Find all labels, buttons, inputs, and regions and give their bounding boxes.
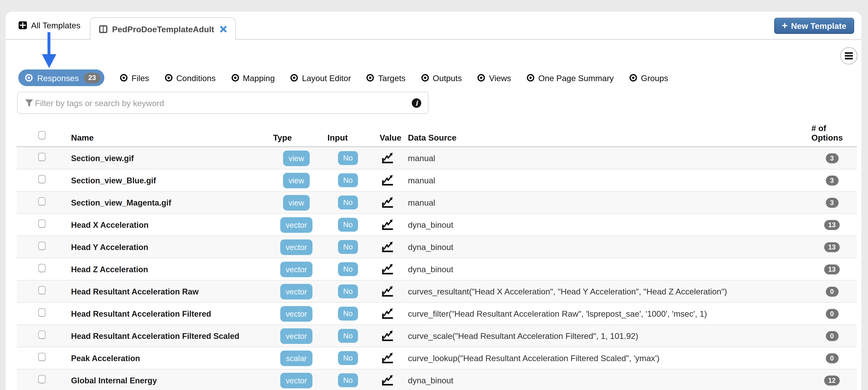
- row-checkbox[interactable]: [38, 197, 45, 205]
- nav-tab[interactable]: One Page Summary: [526, 69, 614, 86]
- data-source: manual: [394, 175, 796, 185]
- response-name: Head X Acceleration: [54, 220, 268, 229]
- value-cell[interactable]: [365, 285, 394, 297]
- nav-tab-label: Targets: [378, 73, 405, 83]
- app-window: All Templates PedProDoeTemplateAdult: [0, 0, 868, 390]
- bullseye-icon: [119, 73, 128, 82]
- type-badge: vector: [280, 261, 312, 277]
- bullseye-icon: [24, 73, 33, 82]
- line-chart-icon: [381, 285, 394, 297]
- value-cell[interactable]: [365, 219, 394, 230]
- value-cell[interactable]: [365, 152, 394, 164]
- menu-button[interactable]: [840, 47, 858, 64]
- nav-tab[interactable]: Mapping: [231, 69, 275, 86]
- response-name: Peak Acceleration: [54, 354, 268, 363]
- value-cell[interactable]: [365, 308, 394, 319]
- row-checkbox[interactable]: [38, 331, 45, 339]
- row-checkbox[interactable]: [38, 286, 45, 295]
- nav-tab[interactable]: Targets: [366, 69, 405, 86]
- tab-active-template-label: PedProDoeTemplateAdult: [112, 24, 214, 34]
- nav-tab[interactable]: Groups: [629, 69, 669, 86]
- row-checkbox[interactable]: [38, 175, 45, 183]
- table-row[interactable]: Head X Acceleration vector No dyna_binou…: [17, 213, 857, 235]
- main-panel: All Templates PedProDoeTemplateAdult: [5, 12, 861, 390]
- table-row[interactable]: Head Resultant Acceleration Raw vector N…: [17, 280, 857, 302]
- data-source: dyna_binout: [394, 220, 796, 229]
- table-row[interactable]: Head Z Acceleration vector No dyna_binou…: [17, 258, 857, 280]
- input-badge: No: [338, 307, 358, 321]
- value-cell[interactable]: [365, 197, 394, 208]
- nav-tab-label: Mapping: [243, 73, 275, 83]
- value-cell[interactable]: [365, 352, 394, 364]
- filter-search-input[interactable]: [33, 98, 428, 108]
- nav-tab[interactable]: Layout Editor: [290, 69, 351, 86]
- value-cell[interactable]: [365, 241, 394, 253]
- nav-tab-label: One Page Summary: [538, 73, 614, 83]
- value-cell[interactable]: [365, 263, 394, 275]
- response-name: Global Internal Energy: [54, 376, 268, 385]
- options-count-badge: 3: [826, 198, 838, 207]
- table-row[interactable]: Peak Acceleration scalar No curve_lookup…: [17, 347, 857, 369]
- data-source: manual: [394, 198, 796, 207]
- options-count-badge: 12: [824, 375, 839, 385]
- grid-icon: [18, 21, 27, 29]
- table-row[interactable]: Head Resultant Acceleration Filtered Sca…: [17, 325, 857, 347]
- row-checkbox[interactable]: [38, 375, 45, 383]
- table-body: Section_view.gif view No manual 3 Sectio…: [17, 147, 857, 390]
- data-source: curves_resultant("Head X Acceleration", …: [394, 287, 796, 296]
- response-name: Section_view_Blue.gif: [54, 176, 268, 185]
- hamburger-icon: [845, 52, 853, 54]
- select-all-checkbox[interactable]: [38, 131, 45, 139]
- new-template-label: New Template: [791, 21, 846, 31]
- bullseye-icon: [366, 73, 375, 82]
- table-row[interactable]: Head Resultant Acceleration Filtered vec…: [17, 302, 857, 325]
- nav-tab[interactable]: Responses 23: [18, 69, 104, 86]
- response-name: Head Resultant Acceleration Filtered Sca…: [54, 332, 268, 340]
- tab-active-template[interactable]: PedProDoeTemplateAdult: [90, 17, 236, 40]
- value-cell[interactable]: [365, 374, 394, 386]
- options-count-badge: 3: [826, 153, 838, 163]
- value-cell[interactable]: [365, 330, 394, 342]
- row-checkbox[interactable]: [38, 153, 45, 161]
- table-row[interactable]: Section_view_Magenta.gif view No manual …: [17, 191, 857, 213]
- row-checkbox[interactable]: [38, 242, 45, 250]
- response-name: Head Y Acceleration: [54, 243, 268, 251]
- new-template-button[interactable]: + New Template: [774, 18, 854, 34]
- filter-bar: i: [17, 92, 429, 114]
- type-badge: vector: [280, 372, 312, 388]
- type-badge: vector: [280, 239, 312, 255]
- data-source: dyna_binout: [394, 242, 796, 252]
- table-row[interactable]: Section_view_Blue.gif view No manual 3: [17, 169, 857, 191]
- table-row[interactable]: Section_view.gif view No manual 3: [17, 147, 857, 169]
- row-checkbox[interactable]: [38, 308, 45, 317]
- line-chart-icon: [381, 197, 394, 208]
- nav-tab[interactable]: Files: [119, 69, 149, 86]
- nav-tabs: Responses 23 Files Conditions: [18, 69, 668, 86]
- table-row[interactable]: Head Y Acceleration vector No dyna_binou…: [17, 235, 857, 258]
- line-chart-icon: [381, 352, 394, 364]
- data-source: curve_lookup("Head Resultant Acceleratio…: [394, 353, 796, 363]
- row-checkbox[interactable]: [38, 353, 45, 361]
- filter-funnel-icon: [25, 99, 33, 107]
- row-checkbox[interactable]: [38, 219, 45, 228]
- table-row[interactable]: Global Internal Energy vector No dyna_bi…: [17, 369, 857, 390]
- nav-tab[interactable]: Conditions: [164, 69, 216, 86]
- header-input: Input: [325, 133, 365, 142]
- nav-tab-label: Outputs: [433, 73, 462, 83]
- value-cell[interactable]: [365, 174, 394, 186]
- data-source: dyna_binout: [394, 264, 796, 274]
- responses-table: Name Type Input Value Data Source # of O…: [17, 123, 857, 390]
- bullseye-icon: [477, 73, 486, 82]
- nav-tab[interactable]: Views: [477, 69, 511, 86]
- nav-tab[interactable]: Outputs: [421, 69, 462, 86]
- plus-icon: +: [782, 20, 788, 30]
- row-checkbox[interactable]: [38, 264, 45, 272]
- options-count-badge: 0: [826, 353, 838, 363]
- nav-tab-label: Layout Editor: [302, 73, 351, 83]
- info-icon[interactable]: i: [412, 98, 421, 108]
- type-badge: vector: [280, 328, 312, 344]
- response-name: Section_view_Magenta.gif: [54, 198, 268, 207]
- response-name: Head Z Acceleration: [54, 265, 268, 274]
- nav-tab-label: Responses: [37, 73, 79, 83]
- close-icon[interactable]: [220, 25, 227, 33]
